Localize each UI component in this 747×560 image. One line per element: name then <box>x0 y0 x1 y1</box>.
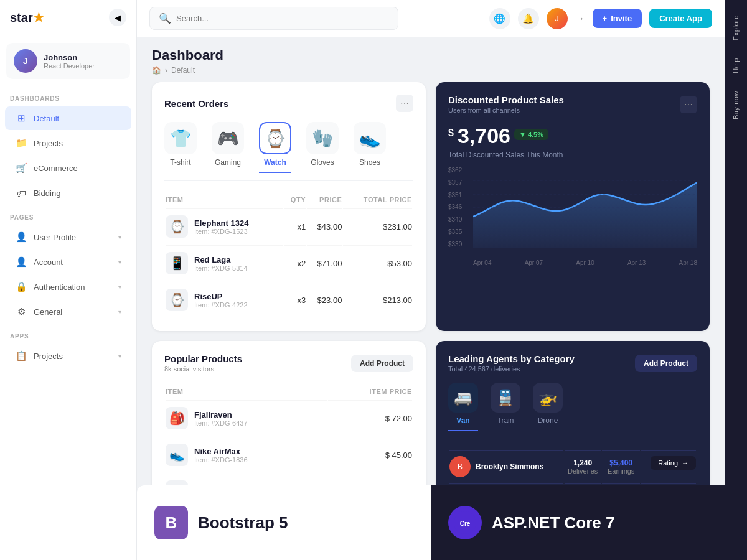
agent-tab-train[interactable]: 🚆 Train <box>491 383 520 431</box>
promo-bar: B Bootstrap 5 Cre ASP.NET Core 7 <box>137 485 725 560</box>
globe-icon[interactable]: 🌐 <box>489 8 510 29</box>
gaming-icon: 🎮 <box>212 122 244 154</box>
table-row: B Brooklyn Simmons 1,240 Deliveries $5,4… <box>449 450 696 482</box>
order-tab-gloves[interactable]: 🧤 Gloves <box>306 122 339 173</box>
buy-now-tab[interactable]: Buy now <box>727 82 745 128</box>
bootstrap-title: Bootstrap 5 <box>198 513 288 533</box>
agent-earnings: $5,400 <box>602 459 640 467</box>
sidebar-item-label: User Profile <box>34 233 112 242</box>
item-total: $213.00 <box>343 282 412 317</box>
explore-tab[interactable]: Explore <box>727 6 745 49</box>
account-icon: 👤 <box>15 256 27 268</box>
item-total: $53.00 <box>343 245 412 281</box>
bootstrap-logo: B <box>154 506 188 539</box>
table-row: ⌚ RiseUP Item: #XDG-4222 x3 $23.00 $213.… <box>166 282 412 317</box>
sidebar: star★ ◀ J Johnson React Developer DASHBO… <box>0 0 137 560</box>
item-thumbnail: ⌚ <box>166 289 188 311</box>
item-id: Item: #XDG-1523 <box>194 228 248 235</box>
sidebar-item-default[interactable]: ⊞ Default <box>5 106 131 130</box>
sales-description: Total Discounted Sales This Month <box>448 151 697 159</box>
right-sidebar: Explore Help Buy now <box>725 0 747 560</box>
chevron-down-icon: ▾ <box>118 309 121 315</box>
sidebar-item-general[interactable]: ⚙ General ▾ <box>5 300 131 324</box>
settings-icon: ⚙ <box>15 306 27 318</box>
logo-star: ★ <box>33 11 44 24</box>
table-row: 👟 Nike AirMax Item: #XDG-1836 $ 45.00 <box>166 437 412 472</box>
invite-button[interactable]: + Invite <box>593 9 642 28</box>
item-id: Item: #XDG-5314 <box>194 264 248 272</box>
help-tab[interactable]: Help <box>727 49 745 82</box>
add-product-button[interactable]: Add Product <box>635 355 697 372</box>
item-price: $ 72.00 <box>328 400 412 436</box>
item-qty: x3 <box>284 282 306 317</box>
order-tab-watch[interactable]: ⌚ Watch <box>259 122 291 173</box>
order-tab-label: Gloves <box>311 158 334 167</box>
search-box[interactable]: 🔍 <box>149 7 398 30</box>
item-id: Item: #XDG-6437 <box>194 419 248 427</box>
sidebar-item-label: General <box>34 307 112 317</box>
van-icon: 🚐 <box>448 383 478 413</box>
aspnet-promo[interactable]: Cre ASP.NET Core 7 <box>431 485 725 560</box>
sidebar-item-label: Bidding <box>34 189 121 198</box>
card-menu-button[interactable]: ⋯ <box>680 96 697 113</box>
sales-amount: $ 3,706 ▼ 4.5% <box>448 124 697 148</box>
agent-tab-label: Van <box>456 416 469 425</box>
sidebar-item-account[interactable]: 👤 Account ▾ <box>5 250 131 274</box>
chevron-down-icon: ▾ <box>118 353 121 360</box>
order-tab-gaming[interactable]: 🎮 Gaming <box>212 122 244 173</box>
col-item-price: ITEM PRICE <box>328 384 412 399</box>
sidebar-item-authentication[interactable]: 🔒 Authentication ▾ <box>5 275 131 299</box>
shoes-icon: 👟 <box>354 122 386 154</box>
user-role: React Developer <box>44 62 95 70</box>
table-row: 📱 Red Laga Item: #XDG-5314 x2 $71.00 $53… <box>166 245 412 281</box>
sidebar-item-ecommerce[interactable]: 🛒 eCommerce <box>5 156 131 180</box>
sidebar-item-bidding[interactable]: 🏷 Bidding <box>5 181 131 205</box>
item-thumbnail: 📱 <box>166 252 188 274</box>
rating-button[interactable]: Rating → <box>651 456 696 470</box>
search-input[interactable] <box>176 14 389 23</box>
item-total: $231.00 <box>343 208 412 244</box>
folder-icon: 📁 <box>15 137 27 149</box>
sidebar-item-user-profile[interactable]: 👤 User Profile ▾ <box>5 225 131 249</box>
tshirt-icon: 👕 <box>164 122 197 154</box>
sidebar-item-projects[interactable]: 📁 Projects <box>5 131 131 155</box>
agent-tab-label: Train <box>497 416 514 425</box>
orders-table: ITEM QTY PRICE TOTAL PRICE ⌚ Elephant 13… <box>164 191 413 319</box>
agent-tab-drone[interactable]: 🚁 Drone <box>533 383 563 431</box>
card-subtitle: Total 424,567 deliveries <box>448 365 575 373</box>
sales-badge: ▼ 4.5% <box>514 129 548 140</box>
item-name: RiseUP <box>194 292 248 301</box>
agent-tabs: 🚐 Van 🚆 Train 🚁 Drone <box>448 383 697 439</box>
item-name: Fjallraven <box>194 410 248 419</box>
card-header: Popular Products 8k social visitors Add … <box>164 353 413 373</box>
plus-icon: + <box>603 14 608 23</box>
user-card[interactable]: J Johnson React Developer <box>6 43 130 79</box>
section-dashboards: DASHBOARDS <box>0 86 136 106</box>
chart-y-labels: $362 $357 $351 $346 $340 $335 $330 <box>448 167 462 248</box>
breadcrumb-sep: › <box>165 66 167 75</box>
agent-tab-label: Drone <box>538 416 558 425</box>
sidebar-item-projects-app[interactable]: 📋 Projects ▾ <box>5 344 131 368</box>
bootstrap-promo[interactable]: B Bootstrap 5 <box>137 485 431 560</box>
topbar-avatar[interactable]: J <box>547 8 568 29</box>
item-price: $43.00 <box>307 208 342 244</box>
agent-tab-van[interactable]: 🚐 Van <box>448 383 478 431</box>
item-name: Nike AirMax <box>194 447 248 456</box>
col-qty: QTY <box>284 192 306 207</box>
card-menu-button[interactable]: ⋯ <box>396 95 413 112</box>
col-item: ITEM <box>166 192 283 207</box>
page-title: Dashboard <box>152 47 223 63</box>
sidebar-item-label: Default <box>34 114 121 123</box>
sales-number: 3,706 <box>458 124 510 148</box>
order-tab-shoes[interactable]: 👟 Shoes <box>354 122 386 173</box>
topbar: 🔍 🌐 🔔 J → + Invite Create App <box>137 0 725 37</box>
item-id: Item: #XDG-1836 <box>194 456 248 464</box>
order-tab-tshirt[interactable]: 👕 T-shirt <box>164 122 197 173</box>
item-qty: x1 <box>284 208 306 244</box>
agent-name: Brooklyn Simmons <box>476 462 543 471</box>
create-app-button[interactable]: Create App <box>649 9 712 28</box>
item-thumbnail: ⌚ <box>166 215 188 238</box>
collapse-sidebar-button[interactable]: ◀ <box>109 9 126 26</box>
notification-icon[interactable]: 🔔 <box>518 8 539 29</box>
add-product-button[interactable]: Add Product <box>351 355 413 372</box>
